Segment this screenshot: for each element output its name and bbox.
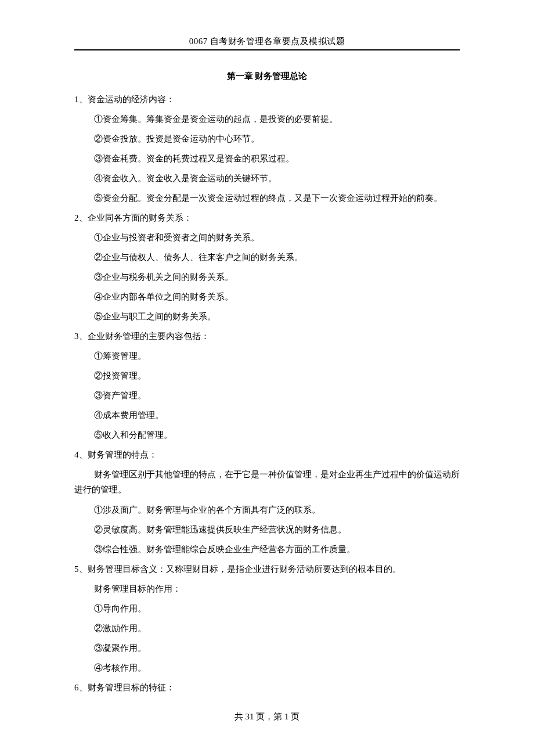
page-footer: 共 31 页，第 1 页 <box>0 711 534 722</box>
section-3-item: ④成本费用管理。 <box>94 408 460 422</box>
section-2-item: ⑤企业与职工之间的财务关系。 <box>94 309 460 323</box>
section-1-item: ③资金耗费。资金的耗费过程又是资金的积累过程。 <box>94 152 460 165</box>
section-2-item: ④企业内部各单位之间的财务关系。 <box>94 290 460 304</box>
section-2-item: ②企业与债权人、债务人、往来客户之间的财务关系。 <box>94 250 460 264</box>
section-1-title: 1、资金运动的经济内容： <box>74 92 460 106</box>
section-1-item: ⑤资金分配。资金分配是一次资金运动过程的终点，又是下一次资金运动过程开始的前奏。 <box>94 191 460 205</box>
section-3-item: ③资产管理。 <box>94 388 460 402</box>
section-3-item: ⑤收入和分配管理。 <box>94 428 460 442</box>
header-rule-bottom <box>74 51 460 51</box>
section-6-title: 6、财务管理目标的特征： <box>74 681 460 694</box>
section-1-item: ④资金收入。资金收入是资金运动的关键环节。 <box>94 171 460 185</box>
header-rule-top <box>74 49 460 50</box>
section-3-item: ①筹资管理。 <box>94 349 460 363</box>
section-4-item: ①涉及面广。财务管理与企业的各个方面具有广泛的联系。 <box>94 503 460 517</box>
chapter-title: 第一章 财务管理总论 <box>74 71 460 82</box>
section-2-title: 2、企业同各方面的财务关系： <box>74 211 460 225</box>
page-header: 0067 自考财务管理各章要点及模拟试题 <box>74 36 460 47</box>
section-4-item: ②灵敏度高。财务管理能迅速提供反映生产经营状况的财务信息。 <box>94 523 460 537</box>
section-5-item: ③凝聚作用。 <box>94 641 460 655</box>
section-2-item: ③企业与税务机关之间的财务关系。 <box>94 270 460 284</box>
section-2-item: ①企业与投资者和受资者之间的财务关系。 <box>94 231 460 244</box>
section-4-intro: 财务管理区别于其他管理的特点，在于它是一种价值管理，是对企业再生产过程中的价值运… <box>74 467 460 497</box>
section-4-title: 4、财务管理的特点： <box>74 448 460 462</box>
section-5-item: ①导向作用。 <box>94 602 460 615</box>
section-5-item: ②激励作用。 <box>94 621 460 635</box>
section-1-item: ②资金投放。投资是资金运动的中心环节。 <box>94 132 460 146</box>
section-5-sub: 财务管理目标的作用： <box>94 582 460 596</box>
document-page: 0067 自考财务管理各章要点及模拟试题 第一章 财务管理总论 1、资金运动的经… <box>0 0 534 756</box>
section-3-item: ②投资管理。 <box>94 369 460 383</box>
section-5-title: 5、财务管理目标含义：又称理财目标，是指企业进行财务活动所要达到的根本目的。 <box>74 562 460 576</box>
section-1-item: ①资金筹集。筹集资金是资金运动的起点，是投资的必要前提。 <box>94 112 460 126</box>
section-5-item: ④考核作用。 <box>94 661 460 675</box>
section-4-item: ③综合性强。财务管理能综合反映企业生产经营各方面的工作质量。 <box>94 542 460 556</box>
section-3-title: 3、企业财务管理的主要内容包括： <box>74 329 460 343</box>
